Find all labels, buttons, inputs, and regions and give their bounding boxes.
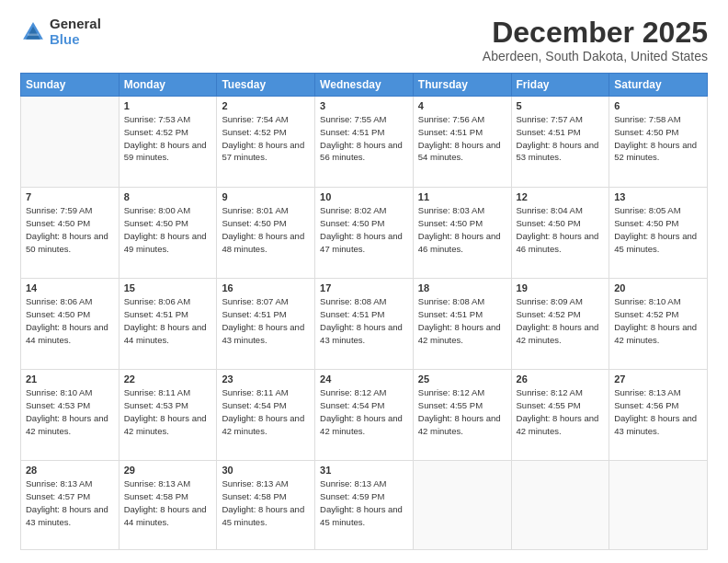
weekday-header-tuesday: Tuesday xyxy=(217,74,315,97)
day-info: Sunrise: 8:08 AMSunset: 4:51 PMDaylight:… xyxy=(418,295,506,346)
week-row-2: 14Sunrise: 8:06 AMSunset: 4:50 PMDayligh… xyxy=(21,279,708,370)
week-row-1: 7Sunrise: 7:59 AMSunset: 4:50 PMDaylight… xyxy=(21,188,708,279)
day-cell: 19Sunrise: 8:09 AMSunset: 4:52 PMDayligh… xyxy=(511,279,609,370)
day-cell: 4Sunrise: 7:56 AMSunset: 4:51 PMDaylight… xyxy=(413,97,511,188)
day-info: Sunrise: 8:12 AMSunset: 4:54 PMDaylight:… xyxy=(320,386,408,437)
day-number: 27 xyxy=(614,373,702,385)
day-number: 2 xyxy=(222,100,310,111)
day-info: Sunrise: 8:05 AMSunset: 4:50 PMDaylight:… xyxy=(614,204,702,255)
day-number: 7 xyxy=(26,191,114,202)
day-number: 21 xyxy=(26,373,114,385)
day-number: 22 xyxy=(124,373,212,385)
day-number: 11 xyxy=(418,191,506,202)
day-number: 30 xyxy=(222,465,310,476)
day-number: 6 xyxy=(614,100,702,111)
day-number: 23 xyxy=(222,373,310,385)
day-number: 9 xyxy=(222,191,310,202)
weekday-row: SundayMondayTuesdayWednesdayThursdayFrid… xyxy=(21,74,708,97)
weekday-header-saturday: Saturday xyxy=(609,74,708,97)
day-number: 12 xyxy=(517,191,605,202)
day-info: Sunrise: 7:57 AMSunset: 4:51 PMDaylight:… xyxy=(517,113,605,164)
day-cell: 6Sunrise: 7:58 AMSunset: 4:50 PMDaylight… xyxy=(609,97,708,188)
logo-blue-text: Blue xyxy=(50,32,101,48)
day-info: Sunrise: 8:00 AMSunset: 4:50 PMDaylight:… xyxy=(124,204,212,255)
day-cell: 14Sunrise: 8:06 AMSunset: 4:50 PMDayligh… xyxy=(21,279,119,370)
day-number: 1 xyxy=(124,100,212,111)
header: General Blue December 2025 Aberdeen, Sou… xyxy=(20,17,708,63)
day-info: Sunrise: 7:55 AMSunset: 4:51 PMDaylight:… xyxy=(320,113,408,164)
day-cell: 21Sunrise: 8:10 AMSunset: 4:53 PMDayligh… xyxy=(21,370,119,461)
month-title: December 2025 xyxy=(483,17,708,49)
day-number: 20 xyxy=(614,282,702,293)
day-cell xyxy=(21,97,119,188)
day-cell: 25Sunrise: 8:12 AMSunset: 4:55 PMDayligh… xyxy=(413,370,511,461)
day-number: 17 xyxy=(320,282,408,293)
day-cell: 28Sunrise: 8:13 AMSunset: 4:57 PMDayligh… xyxy=(21,461,119,550)
week-row-3: 21Sunrise: 8:10 AMSunset: 4:53 PMDayligh… xyxy=(21,370,708,461)
day-number: 26 xyxy=(517,373,605,385)
weekday-header-monday: Monday xyxy=(119,74,217,97)
location-title: Aberdeen, South Dakota, United States xyxy=(483,49,708,63)
day-cell: 18Sunrise: 8:08 AMSunset: 4:51 PMDayligh… xyxy=(413,279,511,370)
day-cell: 27Sunrise: 8:13 AMSunset: 4:56 PMDayligh… xyxy=(609,370,708,461)
day-number: 4 xyxy=(418,100,506,111)
weekday-header-thursday: Thursday xyxy=(413,74,511,97)
day-number: 5 xyxy=(517,100,605,111)
day-cell: 22Sunrise: 8:11 AMSunset: 4:53 PMDayligh… xyxy=(119,370,217,461)
day-cell: 10Sunrise: 8:02 AMSunset: 4:50 PMDayligh… xyxy=(315,188,414,279)
day-info: Sunrise: 8:13 AMSunset: 4:59 PMDaylight:… xyxy=(320,477,408,528)
weekday-header-friday: Friday xyxy=(511,74,609,97)
day-number: 28 xyxy=(26,465,114,476)
day-info: Sunrise: 8:10 AMSunset: 4:52 PMDaylight:… xyxy=(614,295,702,346)
day-info: Sunrise: 8:13 AMSunset: 4:58 PMDaylight:… xyxy=(124,477,212,528)
day-cell: 26Sunrise: 8:12 AMSunset: 4:55 PMDayligh… xyxy=(511,370,609,461)
day-number: 14 xyxy=(26,282,114,293)
day-info: Sunrise: 7:54 AMSunset: 4:52 PMDaylight:… xyxy=(222,113,310,164)
logo-general-text: General xyxy=(50,17,101,32)
day-cell: 16Sunrise: 8:07 AMSunset: 4:51 PMDayligh… xyxy=(217,279,315,370)
day-cell: 12Sunrise: 8:04 AMSunset: 4:50 PMDayligh… xyxy=(511,188,609,279)
day-cell xyxy=(413,461,511,550)
day-number: 19 xyxy=(517,282,605,293)
day-info: Sunrise: 8:10 AMSunset: 4:53 PMDaylight:… xyxy=(26,386,114,437)
day-cell: 30Sunrise: 8:13 AMSunset: 4:58 PMDayligh… xyxy=(217,461,315,550)
day-info: Sunrise: 8:13 AMSunset: 4:56 PMDaylight:… xyxy=(614,386,702,437)
day-cell: 3Sunrise: 7:55 AMSunset: 4:51 PMDaylight… xyxy=(315,97,414,188)
calendar-page: General Blue December 2025 Aberdeen, Sou… xyxy=(0,0,728,563)
logo-icon xyxy=(20,19,46,45)
title-block: December 2025 Aberdeen, South Dakota, Un… xyxy=(483,17,708,63)
day-number: 13 xyxy=(614,191,702,202)
day-info: Sunrise: 8:03 AMSunset: 4:50 PMDaylight:… xyxy=(418,204,506,255)
day-info: Sunrise: 7:59 AMSunset: 4:50 PMDaylight:… xyxy=(26,204,114,255)
day-info: Sunrise: 8:12 AMSunset: 4:55 PMDaylight:… xyxy=(418,386,506,437)
svg-rect-2 xyxy=(28,33,39,35)
day-number: 24 xyxy=(320,373,408,385)
calendar-table: SundayMondayTuesdayWednesdayThursdayFrid… xyxy=(20,73,708,550)
day-cell: 1Sunrise: 7:53 AMSunset: 4:52 PMDaylight… xyxy=(119,97,217,188)
day-cell: 15Sunrise: 8:06 AMSunset: 4:51 PMDayligh… xyxy=(119,279,217,370)
day-number: 31 xyxy=(320,465,408,476)
day-number: 15 xyxy=(124,282,212,293)
day-info: Sunrise: 7:56 AMSunset: 4:51 PMDaylight:… xyxy=(418,113,506,164)
day-info: Sunrise: 8:01 AMSunset: 4:50 PMDaylight:… xyxy=(222,204,310,255)
day-cell: 23Sunrise: 8:11 AMSunset: 4:54 PMDayligh… xyxy=(217,370,315,461)
logo: General Blue xyxy=(20,17,101,47)
calendar-body: 1Sunrise: 7:53 AMSunset: 4:52 PMDaylight… xyxy=(21,97,708,550)
day-cell: 5Sunrise: 7:57 AMSunset: 4:51 PMDaylight… xyxy=(511,97,609,188)
calendar-header: SundayMondayTuesdayWednesdayThursdayFrid… xyxy=(21,74,708,97)
day-number: 10 xyxy=(320,191,408,202)
logo-text: General Blue xyxy=(50,17,101,47)
day-info: Sunrise: 8:13 AMSunset: 4:58 PMDaylight:… xyxy=(222,477,310,528)
day-number: 16 xyxy=(222,282,310,293)
day-number: 8 xyxy=(124,191,212,202)
day-number: 3 xyxy=(320,100,408,111)
day-info: Sunrise: 8:08 AMSunset: 4:51 PMDaylight:… xyxy=(320,295,408,346)
day-info: Sunrise: 8:02 AMSunset: 4:50 PMDaylight:… xyxy=(320,204,408,255)
day-cell: 17Sunrise: 8:08 AMSunset: 4:51 PMDayligh… xyxy=(315,279,414,370)
day-cell: 20Sunrise: 8:10 AMSunset: 4:52 PMDayligh… xyxy=(609,279,708,370)
day-cell: 31Sunrise: 8:13 AMSunset: 4:59 PMDayligh… xyxy=(315,461,414,550)
day-cell: 13Sunrise: 8:05 AMSunset: 4:50 PMDayligh… xyxy=(609,188,708,279)
day-info: Sunrise: 8:04 AMSunset: 4:50 PMDaylight:… xyxy=(517,204,605,255)
day-number: 25 xyxy=(418,373,506,385)
day-info: Sunrise: 8:11 AMSunset: 4:54 PMDaylight:… xyxy=(222,386,310,437)
